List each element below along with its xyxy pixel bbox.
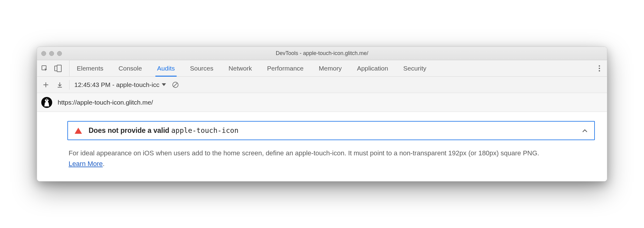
- tab-audits[interactable]: Audits: [157, 60, 175, 76]
- audit-title-prefix: Does not provide a valid: [89, 126, 171, 134]
- fail-triangle-icon: [75, 128, 82, 134]
- learn-more-link[interactable]: Learn More: [69, 160, 103, 168]
- audit-item[interactable]: Does not provide a valid apple-touch-ico…: [67, 121, 595, 140]
- tab-console[interactable]: Console: [118, 60, 143, 76]
- close-window-button[interactable]: [41, 51, 46, 56]
- tab-application[interactable]: Application: [356, 60, 389, 76]
- devtools-window: DevTools - apple-touch-icon.glitch.me/ E…: [37, 47, 607, 181]
- chevron-down-icon: [162, 83, 166, 86]
- report-selector-label: 12:45:43 PM - apple-touch-icc: [74, 81, 159, 88]
- audit-content: Does not provide a valid apple-touch-ico…: [37, 112, 607, 181]
- svg-rect-2: [57, 65, 61, 72]
- window-controls: [37, 51, 62, 56]
- device-toolbar-icon[interactable]: [53, 64, 63, 73]
- window-title: DevTools - apple-touch-icon.glitch.me/: [37, 50, 607, 57]
- panel-tabs: Elements Console Audits Sources Network …: [76, 60, 592, 76]
- chevron-up-icon: [582, 129, 588, 133]
- tab-security[interactable]: Security: [403, 60, 427, 76]
- titlebar: DevTools - apple-touch-icon.glitch.me/: [37, 47, 607, 60]
- zoom-window-button[interactable]: [57, 51, 62, 56]
- audit-url: https://apple-touch-icon.glitch.me/: [58, 99, 153, 106]
- new-audit-icon[interactable]: [41, 80, 50, 89]
- audit-description-period: .: [103, 160, 105, 168]
- audit-description-text: For ideal appearance on iOS when users a…: [69, 149, 539, 157]
- audit-url-row: https://apple-touch-icon.glitch.me/: [37, 93, 607, 112]
- panel-tabs-row: Elements Console Audits Sources Network …: [37, 60, 607, 77]
- download-report-icon[interactable]: [55, 80, 64, 89]
- report-selector[interactable]: 12:45:43 PM - apple-touch-icc: [74, 81, 166, 88]
- more-menu-icon[interactable]: [595, 64, 604, 73]
- audits-toolbar: 12:45:43 PM - apple-touch-icc: [37, 77, 607, 93]
- svg-point-4: [599, 68, 600, 69]
- audit-title: Does not provide a valid apple-touch-ico…: [89, 126, 582, 135]
- audit-title-code: apple-touch-icon: [171, 126, 239, 134]
- clear-report-icon[interactable]: [171, 80, 180, 89]
- tab-performance[interactable]: Performance: [266, 60, 304, 76]
- svg-rect-15: [46, 99, 47, 100]
- tab-sources[interactable]: Sources: [189, 60, 214, 76]
- svg-point-3: [599, 65, 600, 67]
- tab-memory[interactable]: Memory: [318, 60, 342, 76]
- minimize-window-button[interactable]: [49, 51, 54, 56]
- lighthouse-icon: [41, 97, 52, 108]
- svg-marker-14: [44, 102, 49, 106]
- tab-network[interactable]: Network: [228, 60, 253, 76]
- svg-line-11: [174, 83, 177, 87]
- toolbar-divider: [69, 80, 69, 90]
- audit-description: For ideal appearance on iOS when users a…: [67, 148, 553, 169]
- svg-rect-13: [46, 101, 48, 102]
- inspect-controls: [40, 60, 69, 76]
- tab-elements[interactable]: Elements: [76, 60, 104, 76]
- svg-point-5: [599, 70, 600, 72]
- inspect-element-icon[interactable]: [40, 64, 49, 73]
